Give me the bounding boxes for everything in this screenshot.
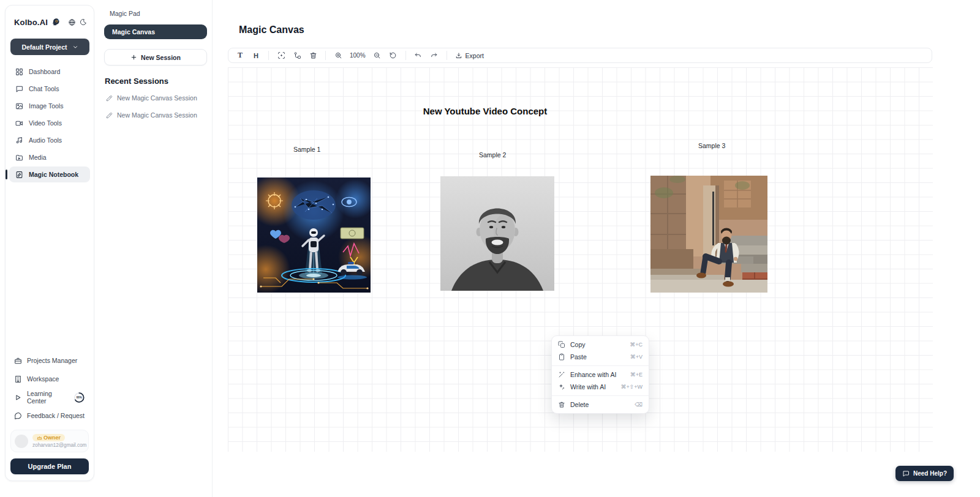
sample-3-image[interactable] bbox=[650, 176, 767, 293]
help-chat-icon bbox=[902, 470, 910, 477]
pencil-icon bbox=[106, 112, 113, 119]
context-menu-item-enhance-with-ai[interactable]: Enhance with AI ⌘+E bbox=[552, 368, 649, 381]
sample-3-label[interactable]: Sample 3 bbox=[698, 142, 725, 149]
zoom-level-value[interactable]: 100% bbox=[347, 52, 368, 59]
project-selector[interactable]: Default Project bbox=[10, 39, 89, 55]
image-icon bbox=[15, 102, 23, 110]
magic-pad-link[interactable]: Magic Pad bbox=[95, 0, 212, 17]
export-label: Export bbox=[466, 52, 484, 59]
sidebar-item-workspace[interactable]: Workspace bbox=[10, 370, 89, 388]
new-session-label: New Session bbox=[141, 54, 181, 61]
user-account-card[interactable]: Owner zoharvan12@gmail.com bbox=[10, 430, 89, 452]
footer-item-label: Workspace bbox=[27, 375, 59, 383]
context-menu-item-write-with-ai[interactable]: Write with AI ⌘+⇧+W bbox=[552, 381, 649, 393]
owner-role-badge: Owner bbox=[32, 434, 65, 441]
sidebar-item-chat-tools[interactable]: Chat Tools bbox=[9, 81, 90, 97]
magic-canvas-tab[interactable]: Magic Canvas bbox=[104, 24, 207, 39]
zoom-out-icon bbox=[373, 51, 381, 59]
context-menu-item-paste[interactable]: Paste ⌘+V bbox=[552, 351, 649, 363]
session-list-item[interactable]: New Magic Canvas Session bbox=[102, 108, 207, 122]
sample-2-label[interactable]: Sample 2 bbox=[479, 151, 506, 159]
owner-role-label: Owner bbox=[43, 435, 61, 441]
need-help-button[interactable]: Need Help? bbox=[895, 466, 954, 481]
zoom-in-icon bbox=[334, 51, 342, 59]
upgrade-plan-button[interactable]: Upgrade Plan bbox=[10, 458, 89, 474]
sidebar-item-learning-center[interactable]: Learning Center 66% bbox=[10, 388, 89, 406]
page-title: Magic Canvas bbox=[239, 24, 304, 36]
heading-tool-button[interactable]: H bbox=[249, 50, 263, 61]
sidebar-item-magic-notebook[interactable]: Magic Notebook bbox=[9, 166, 90, 182]
sample-1-image[interactable] bbox=[257, 177, 371, 293]
context-menu-divider bbox=[552, 395, 649, 396]
sidebar-item-dashboard[interactable]: Dashboard bbox=[9, 64, 90, 80]
brand-head-icon bbox=[51, 18, 61, 27]
sidebar-item-media[interactable]: Media bbox=[9, 149, 90, 165]
briefcase-icon bbox=[14, 357, 22, 365]
play-icon bbox=[14, 394, 22, 402]
reset-view-button[interactable] bbox=[386, 50, 400, 61]
context-menu-item-delete[interactable]: Delete ⌫ bbox=[552, 398, 649, 411]
delete-tool-button[interactable] bbox=[306, 50, 320, 61]
main-content: Magic Canvas T H 100% Export New Youtube… bbox=[213, 0, 980, 497]
language-globe-icon[interactable] bbox=[68, 17, 76, 28]
dark-mode-moon-icon[interactable] bbox=[80, 17, 87, 28]
shortcut: ⌘+E bbox=[630, 372, 643, 378]
context-menu-item-copy[interactable]: Copy ⌘+C bbox=[552, 338, 649, 351]
zoom-out-button[interactable] bbox=[371, 50, 384, 61]
context-menu-divider bbox=[552, 365, 649, 366]
sessions-panel: Magic Pad Magic Canvas New Session Recen… bbox=[95, 0, 213, 497]
toolbar-divider bbox=[325, 51, 326, 60]
sidebar-item-image-tools[interactable]: Image Tools bbox=[9, 98, 90, 114]
copy-icon bbox=[558, 341, 565, 348]
session-list-item[interactable]: New Magic Canvas Session bbox=[102, 91, 207, 105]
new-session-button[interactable]: New Session bbox=[104, 49, 207, 65]
sidebar-item-audio-tools[interactable]: Audio Tools bbox=[9, 132, 90, 148]
zoom-in-button[interactable] bbox=[331, 50, 345, 61]
canvas-grid[interactable]: New Youtube Video Concept Sample 1 Sampl… bbox=[228, 67, 933, 452]
flow-nodes-icon bbox=[293, 51, 301, 59]
app-root: Kolbo.AI Default Project Dashboard bbox=[0, 0, 980, 497]
ai-select-button[interactable] bbox=[274, 50, 288, 61]
session-item-label: New Magic Canvas Session bbox=[117, 94, 197, 102]
sidebar-item-label: Audio Tools bbox=[29, 136, 62, 144]
sidebar-item-label: Dashboard bbox=[29, 68, 60, 75]
sidebar-item-projects-manager[interactable]: Projects Manager bbox=[10, 351, 89, 370]
project-selector-label: Default Project bbox=[21, 43, 67, 51]
shortcut: ⌘+C bbox=[630, 342, 643, 348]
rotate-ccw-icon bbox=[389, 51, 397, 59]
audio-icon bbox=[15, 136, 23, 144]
context-menu-label: Copy bbox=[570, 341, 586, 348]
recent-sessions-title: Recent Sessions bbox=[95, 65, 212, 88]
sample-1-label[interactable]: Sample 1 bbox=[293, 146, 320, 153]
redo-button[interactable] bbox=[428, 50, 441, 61]
download-icon bbox=[455, 52, 462, 59]
shortcut: ⌘+V bbox=[630, 354, 643, 360]
redo-icon bbox=[430, 51, 438, 59]
sidebar-item-label: Image Tools bbox=[29, 102, 63, 110]
sidebar-item-video-tools[interactable]: Video Tools bbox=[9, 115, 90, 131]
session-item-label: New Magic Canvas Session bbox=[117, 111, 197, 119]
flow-nodes-button[interactable] bbox=[290, 50, 304, 61]
sample-2-image[interactable] bbox=[440, 176, 554, 291]
pencil-icon bbox=[106, 95, 113, 102]
undo-button[interactable] bbox=[412, 50, 425, 61]
footer-item-label: Feedback / Request bbox=[27, 412, 85, 419]
video-icon bbox=[15, 119, 23, 127]
context-menu-label: Enhance with AI bbox=[570, 371, 616, 378]
canvas-heading[interactable]: New Youtube Video Concept bbox=[393, 106, 577, 116]
export-button[interactable]: Export bbox=[453, 52, 486, 59]
trash-icon bbox=[558, 401, 565, 408]
ai-select-icon bbox=[277, 51, 285, 59]
notebook-icon bbox=[15, 171, 23, 179]
heading-tool-icon: H bbox=[254, 52, 258, 59]
crown-icon bbox=[37, 435, 42, 441]
toolbar-divider bbox=[447, 51, 447, 60]
text-tool-button[interactable]: T bbox=[233, 50, 247, 61]
sidebar-item-feedback[interactable]: Feedback / Request bbox=[10, 406, 89, 425]
media-folder-icon bbox=[15, 154, 23, 162]
chevron-down-icon bbox=[72, 44, 78, 50]
need-help-label: Need Help? bbox=[913, 470, 947, 477]
sidebar-nav: Dashboard Chat Tools Image Tools Video T… bbox=[6, 64, 94, 182]
plus-icon bbox=[130, 54, 137, 61]
sidebar-item-label: Magic Notebook bbox=[29, 171, 78, 178]
